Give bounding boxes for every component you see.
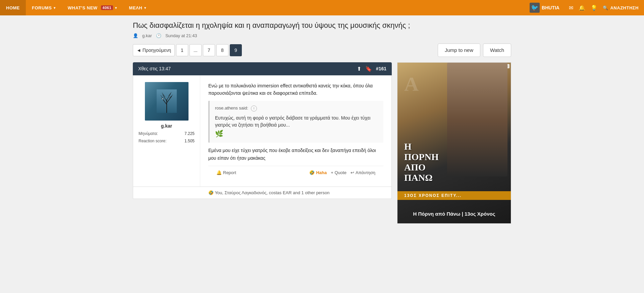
jump-to-new-button[interactable]: Jump to new [438, 44, 480, 57]
thread-date: Sunday at 21:43 [165, 33, 197, 38]
nav-search-label: ΑΝΑΖΗΤΗΣΗ [610, 5, 639, 10]
reply-label: Απάντηση [356, 169, 375, 176]
whats-new-badge: 4061 [101, 5, 113, 10]
page-btn-7[interactable]: 7 [203, 44, 215, 56]
quote-emoji: 🌿 [215, 130, 223, 137]
post-content: Ενώ με το πολυκάναλο immersion effect αν… [200, 75, 391, 187]
share-icon[interactable]: ⬆ [357, 66, 361, 72]
page-btn-9[interactable]: 9 [230, 44, 242, 56]
top-navigation: HOME FORUMS ▾ WHAT'S NEW 4061 ▾ ΜΕΛΗ ▾ 🐦… [0, 0, 644, 15]
post-number: #161 [376, 66, 386, 71]
post-body: g.kar Μηνύματα: 7.225 Reaction score: 1.… [133, 75, 392, 187]
thread-title: Πως διασφαλίζεται η ηχοληψία και η αναπα… [133, 21, 511, 30]
nav-messages-icon[interactable]: ✉ [569, 5, 573, 11]
reply-button[interactable]: ↩ Απάντηση [351, 169, 375, 176]
quote-author: rose.athens said: [215, 105, 248, 112]
haha-button[interactable]: 🤣 Haha [309, 169, 327, 176]
nav-whats-new-label: WHAT'S NEW [68, 5, 98, 10]
ad-banner: 13ος ΧΡΟΝΟΣ ΕΠΙΤΥ... [397, 191, 511, 200]
avatar [145, 82, 189, 121]
melh-chevron-icon: ▾ [144, 6, 146, 10]
ad-banner-text: 13ος ΧΡΟΝΟΣ ΕΠΙΤΥ... [404, 193, 462, 198]
post-header-right: ⬆ 🔖 #161 [357, 66, 386, 72]
main-layout: Χθες στις 13:47 ⬆ 🔖 #161 [133, 62, 511, 224]
forums-chevron-icon: ▾ [54, 6, 56, 10]
ad-title: Η ΠΟΡΝΗ ΑΠΟ ΠΑΝΩ [404, 142, 439, 183]
ad-title-line1: Η [404, 141, 412, 152]
ad-text-block: Η ΠΟΡΝΗ ΑΠΟ ΠΑΝΩ [404, 142, 439, 183]
messages-label: Μηνύματα: [139, 131, 158, 136]
quote-text: Ευτυχώς, αυτή τη φορά ο γιατρός διάβασε … [215, 115, 378, 139]
post-messages-stat: Μηνύματα: 7.225 [139, 131, 195, 136]
nav-notifications-icon[interactable]: 🔔 [579, 5, 585, 11]
post-footer-right: 🤣 Haha + Quote ↩ Απάντηση [309, 169, 375, 176]
user-icon: 👤 [133, 33, 138, 38]
post-second-text: Εμένα μου είχε τύχει γιατρός που έκοβε α… [208, 147, 383, 162]
nav-melh-label: ΜΕΛΗ [129, 5, 143, 10]
bookmark-icon[interactable]: 🔖 [365, 66, 372, 72]
whats-new-chevron-icon: ▾ [115, 6, 117, 10]
post-timestamp: Χθες στις 13:47 [138, 66, 171, 71]
thread-author[interactable]: g.kar [142, 33, 152, 38]
post-reaction-stat: Reaction score: 1.505 [139, 139, 195, 143]
pagination-bar: ◄ Προηγούμενη 1 ... 7 8 9 Jump to new Wa… [133, 44, 511, 57]
haha-emoji-icon: 🤣 [309, 169, 315, 176]
ad-figure [447, 63, 507, 176]
ad-inner: Ads A Η ΠΟΡΝΗ ΑΠΟ ΠΑΝΩ 13ος ΧΡΟΝΟΣ ΕΠΙΤΥ… [397, 63, 511, 223]
report-label: Report [223, 169, 236, 176]
post-footer-left: 🔔 Report [216, 169, 236, 176]
pagination-actions: Jump to new Watch [438, 44, 511, 57]
watch-button[interactable]: Watch [483, 44, 511, 57]
post-header: Χθες στις 13:47 ⬆ 🔖 #161 [133, 62, 392, 75]
page-ellipsis: ... [190, 44, 202, 56]
brand-avatar: 🐦 [530, 3, 540, 13]
svg-point-11 [162, 98, 163, 99]
post-header-left: Χθες στις 13:47 [138, 66, 171, 71]
ad-letter-a: A [404, 73, 419, 96]
pagination: ◄ Προηγούμενη 1 ... 7 8 9 [133, 44, 242, 56]
thread-meta: 👤 g.kar 🕐 Sunday at 21:43 [133, 33, 511, 38]
reactions-text[interactable]: 🤣 You, Σταύρος Λαγκαδιανός, costas EAR a… [208, 190, 329, 195]
reaction-label: Reaction score: [139, 139, 166, 143]
page-btn-8[interactable]: 8 [216, 44, 228, 56]
quote-block: rose.athens said: ↑ Ευτυχώς, αυτή τη φορ… [208, 101, 383, 143]
prev-page-btn[interactable]: ◄ Προηγούμενη [133, 44, 175, 56]
post-footer: 🔔 Report 🤣 Haha + Quote [208, 166, 383, 180]
clock-icon: 🕐 [156, 33, 161, 38]
post-sidebar: g.kar Μηνύματα: 7.225 Reaction score: 1.… [133, 75, 200, 187]
reactions-row: 🤣 You, Σταύρος Λαγκαδιανός, costas EAR a… [133, 187, 392, 199]
post-username[interactable]: g.kar [161, 123, 172, 129]
ad-subtitle-text: Η Πόρνη από Πάνω | 13ος Χρόνος [413, 211, 495, 217]
avatar-image [145, 82, 189, 121]
ad-subtitle[interactable]: Η Πόρνη από Πάνω | 13ος Χρόνος [404, 211, 504, 217]
ad-title-line3: ΑΠΟ [404, 162, 426, 172]
search-icon: 🔍 [603, 5, 608, 10]
ad-title-line4: ΠΑΝΩ [404, 172, 433, 183]
nav-melh[interactable]: ΜΕΛΗ ▾ [123, 0, 152, 15]
post-main-text: Ενώ με το πολυκάναλο immersion effect αν… [208, 82, 383, 97]
quote-btn-label: + Quote [331, 169, 346, 176]
nav-home-label: HOME [6, 5, 20, 10]
quote-expand-icon[interactable]: ↑ [251, 105, 257, 112]
nav-forums[interactable]: FORUMS ▾ [26, 0, 62, 15]
reaction-count: 1.505 [184, 139, 195, 143]
nav-whats-new[interactable]: WHAT'S NEW 4061 ▾ [62, 0, 123, 15]
nav-forums-label: FORUMS [32, 5, 52, 10]
report-button[interactable]: 🔔 Report [216, 169, 236, 176]
quote-text-content: Ευτυχώς, αυτή τη φορά ο γιατρός διάβασε … [215, 115, 370, 128]
bell-icon: 🔔 [216, 169, 222, 176]
messages-count: 7.225 [184, 131, 195, 136]
reply-icon: ↩ [351, 169, 354, 176]
quote-header: rose.athens said: ↑ [215, 105, 378, 112]
avatar-tree-svg [157, 89, 177, 113]
thread-area: Χθες στις 13:47 ⬆ 🔖 #161 [133, 62, 392, 199]
nav-bulb-icon[interactable]: 💡 [591, 5, 597, 11]
quote-button[interactable]: + Quote [331, 169, 346, 176]
nav-home[interactable]: HOME [0, 0, 26, 15]
haha-label: Haha [316, 169, 327, 176]
nav-brand[interactable]: 🐦 BHUTIA [526, 3, 564, 13]
nav-search[interactable]: 🔍 ΑΝΑΖΗΤΗΣΗ [603, 5, 639, 10]
ad-title-line2: ΠΟΡΝΗ [404, 152, 439, 162]
page-btn-1[interactable]: 1 [176, 44, 188, 56]
ad-sidebar: Ads A Η ΠΟΡΝΗ ΑΠΟ ΠΑΝΩ 13ος ΧΡΟΝΟΣ ΕΠΙΤΥ… [397, 62, 511, 224]
